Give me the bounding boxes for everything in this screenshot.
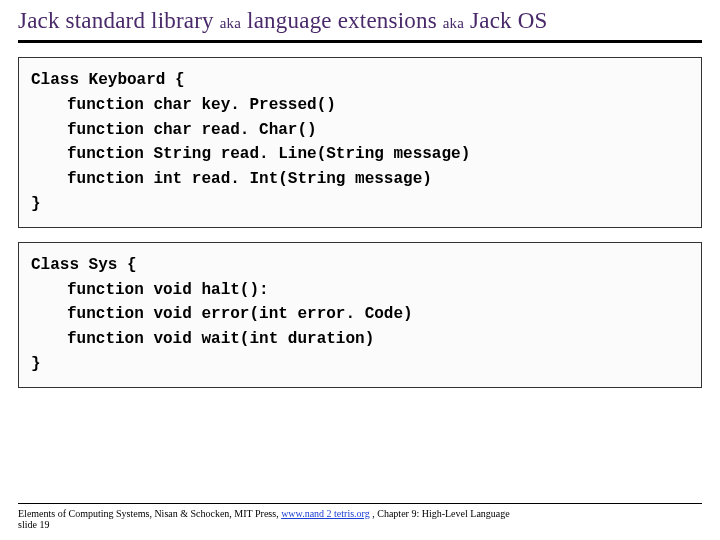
title-part-3: Jack OS <box>464 8 547 33</box>
code-line: function char read. Char() <box>31 118 689 143</box>
code-line: } <box>31 195 41 213</box>
footer-rule <box>18 503 702 504</box>
slide: Jack standard library aka language exten… <box>0 0 720 540</box>
slide-number: slide 19 <box>18 519 702 530</box>
code-line: } <box>31 355 41 373</box>
footer: Elements of Computing Systems, Nisan & S… <box>18 503 702 530</box>
code-line: function void wait(int duration) <box>31 327 689 352</box>
code-line: function String read. Line(String messag… <box>31 142 689 167</box>
footer-text-pre: Elements of Computing Systems, Nisan & S… <box>18 508 281 519</box>
code-line: Class Keyboard { <box>31 71 185 89</box>
code-line: function void halt(): <box>31 278 689 303</box>
title-part-2: language extensions <box>241 8 443 33</box>
code-line: Class Sys { <box>31 256 137 274</box>
code-box-sys: Class Sys { function void halt():functio… <box>18 242 702 388</box>
code-line: function void error(int error. Code) <box>31 302 689 327</box>
footer-text-post: , Chapter 9: High-Level Language <box>370 508 510 519</box>
code-box-keyboard: Class Keyboard { function char key. Pres… <box>18 57 702 228</box>
title-aka-1: aka <box>220 15 241 31</box>
title-aka-2: aka <box>443 15 464 31</box>
code-line: function int read. Int(String message) <box>31 167 689 192</box>
footer-link[interactable]: www.nand 2 tetris.org <box>281 508 370 519</box>
code-line: function char key. Pressed() <box>31 93 689 118</box>
title-part-1: Jack standard library <box>18 8 220 33</box>
slide-title: Jack standard library aka language exten… <box>18 8 702 43</box>
